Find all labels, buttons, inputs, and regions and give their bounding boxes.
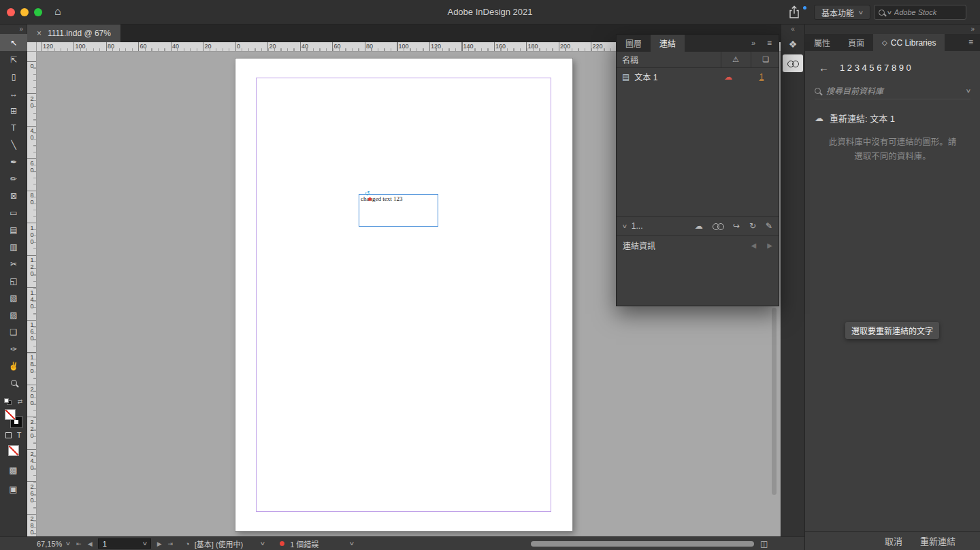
cancel-button[interactable]: 取消: [885, 534, 902, 547]
view-options-icon[interactable]: ▩: [9, 465, 17, 475]
right-panel-tab-properties[interactable]: 屬性: [805, 34, 839, 51]
goto-link-icon[interactable]: ↪: [733, 221, 740, 231]
v-ruler-number: 20: [29, 94, 35, 109]
vertical-grid-tool[interactable]: ▥: [0, 238, 27, 255]
adobe-stock-search[interactable]: ∨: [874, 5, 966, 20]
split-view-icon[interactable]: ◫: [760, 539, 768, 549]
back-arrow-icon[interactable]: ←: [819, 62, 829, 74]
page-column-icon[interactable]: ❏: [762, 55, 769, 64]
screen-mode-icon[interactable]: ▣: [9, 484, 17, 494]
workspace-switcher[interactable]: 基本功能 ∨: [814, 5, 870, 20]
type-tool[interactable]: T: [0, 119, 27, 136]
link-info-header[interactable]: 連結資訊 ◀ ▶: [617, 235, 779, 255]
horizontal-grid-tool[interactable]: ▤: [0, 221, 27, 238]
selection-tool[interactable]: ↖: [0, 34, 27, 51]
line-tool[interactable]: ╲: [0, 136, 27, 153]
last-page-button[interactable]: ⇥: [168, 540, 174, 547]
ruler-origin-corner[interactable]: [27, 42, 37, 52]
expand-row-chevron-icon[interactable]: ∨: [622, 223, 628, 229]
stock-search-input[interactable]: [894, 8, 951, 16]
note-tool[interactable]: ❑: [0, 323, 27, 340]
right-panel-tab-pages[interactable]: 頁面: [839, 34, 873, 51]
text-frame[interactable]: changed text 123 ↺: [359, 194, 438, 227]
zoom-level-control[interactable]: 67,15% ∨: [37, 540, 70, 548]
preflight-profile-control[interactable]: [基本] (使用中) ∨: [195, 538, 265, 549]
prev-link-icon[interactable]: ◀: [751, 242, 757, 249]
content-collector-tool[interactable]: ⊞: [0, 102, 27, 119]
hand-tool[interactable]: ✌: [0, 357, 27, 374]
link-page-number[interactable]: 1: [750, 72, 773, 82]
relink-icon[interactable]: [713, 223, 723, 229]
update-link-icon[interactable]: ↻: [749, 221, 756, 231]
library-search[interactable]: ∨: [815, 83, 970, 99]
default-fill-stroke-icon[interactable]: [4, 398, 12, 405]
expand-dock-icon[interactable]: «: [781, 25, 804, 34]
formatting-affects-container-icon[interactable]: [5, 432, 12, 438]
vertical-ruler[interactable]: 020406080100120140160180200220240260280: [27, 52, 37, 536]
pencil-tool[interactable]: ✏: [0, 170, 27, 187]
next-page-button[interactable]: ▶: [157, 540, 162, 547]
links-panel-tab-layers[interactable]: 圖層: [617, 35, 651, 52]
document-tab-label: 1111.indd @ 67%: [48, 29, 111, 38]
pen-tool[interactable]: ✒: [0, 153, 27, 170]
right-tab-row: 屬性頁面◇CC Libraries: [805, 34, 945, 51]
collapse-dock-icon[interactable]: »: [970, 25, 975, 33]
gap-tool[interactable]: ↔: [0, 85, 27, 102]
vertical-scrollbar[interactable]: [772, 308, 777, 495]
collapse-panel-icon[interactable]: »: [751, 39, 755, 47]
panel-menu-icon[interactable]: ≡: [968, 37, 973, 47]
tools-panel-expand-icon[interactable]: »: [0, 25, 27, 34]
scissors-tool[interactable]: ✂: [0, 255, 27, 272]
cc-cloud-icon: ☁: [815, 113, 823, 123]
fill-color-swatch[interactable]: [5, 409, 16, 420]
panel-menu-icon[interactable]: ≡: [767, 38, 772, 48]
v-ruler-number: 140: [29, 288, 35, 310]
links-footer: ∨ 1... ☁↪↻✎: [617, 217, 779, 235]
formatting-affects-text-icon[interactable]: T: [17, 431, 22, 439]
relink-button[interactable]: 重新連結: [920, 534, 956, 547]
h-ruler-number: 140: [462, 43, 474, 50]
right-panel-tab-cc-libraries[interactable]: ◇CC Libraries: [873, 34, 945, 51]
layers-panel-icon[interactable]: ❖: [783, 35, 803, 53]
warning-column-icon[interactable]: ⚠: [732, 55, 739, 64]
gradient-feather-tool[interactable]: ▨: [0, 306, 27, 323]
links-panel-tab-links[interactable]: 連結: [651, 35, 685, 52]
previous-page-button[interactable]: ◀: [88, 540, 93, 547]
links-list: ▤文本 1☁1: [617, 68, 779, 217]
cc-link-alert-icon: ☁: [724, 72, 732, 82]
document-page[interactable]: changed text 123 ↺: [235, 59, 572, 531]
rectangle-frame-tool[interactable]: ⊠: [0, 187, 27, 204]
links-panel-icon[interactable]: [783, 54, 803, 72]
preflight-error-control[interactable]: 1 個錯誤 ∨: [290, 538, 354, 549]
first-page-button[interactable]: ⇤: [76, 540, 82, 547]
free-transform-tool[interactable]: ◱: [0, 272, 27, 289]
zoom-tool[interactable]: [0, 374, 27, 391]
edit-original-icon-glyph: ✎: [766, 221, 772, 231]
page-number-input[interactable]: [99, 540, 129, 548]
gradient-swatch-tool[interactable]: ▧: [0, 289, 27, 306]
direct-selection-tool[interactable]: ⇱: [0, 51, 27, 68]
apply-none-swatch[interactable]: [8, 445, 19, 456]
document-tab[interactable]: × 1111.indd @ 67%: [27, 25, 120, 42]
direct-selection-tool-icon: ⇱: [10, 56, 17, 64]
page-tool[interactable]: ▯: [0, 68, 27, 85]
page-tool-icon: ▯: [12, 73, 16, 81]
next-link-icon[interactable]: ▶: [767, 242, 772, 249]
link-row[interactable]: ▤文本 1☁1: [617, 68, 779, 85]
eyedropper-tool[interactable]: ✑: [0, 340, 27, 357]
share-icon[interactable]: [788, 5, 800, 20]
text-file-icon: ▤: [622, 72, 630, 82]
close-tab-icon[interactable]: ×: [37, 29, 42, 38]
edit-original-icon[interactable]: ✎: [766, 221, 772, 231]
free-transform-tool-icon: ◱: [10, 277, 17, 285]
links-panel: 圖層連結 » ≡ 名稱 ⚠ ❏ ▤文本 1☁1 ∨ 1... ☁↪↻✎ 連結資訊…: [616, 34, 779, 306]
v-ruler-number: 60: [29, 159, 35, 174]
links-tab-row: 圖層連結: [617, 35, 685, 52]
library-search-input[interactable]: [826, 86, 961, 96]
page-number-field[interactable]: ∨: [98, 538, 151, 549]
horizontal-scrollbar[interactable]: [531, 541, 754, 547]
h-ruler-number: 40: [300, 43, 308, 50]
rectangle-tool[interactable]: ▭: [0, 204, 27, 221]
swap-fill-stroke-icon[interactable]: ⇄: [18, 398, 23, 405]
relink-from-cc-icon[interactable]: ☁: [695, 221, 703, 231]
